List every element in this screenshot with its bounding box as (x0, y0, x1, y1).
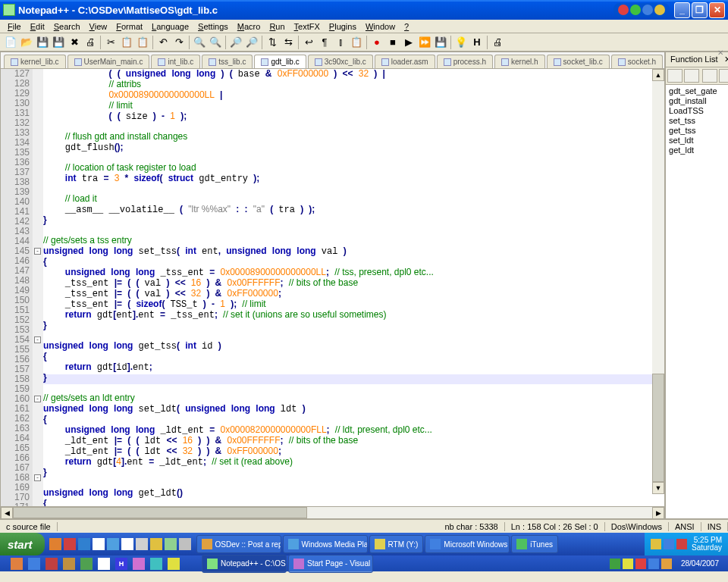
panel-list-button[interactable] (667, 69, 682, 83)
tray-clock[interactable]: 5:25 PM Saturday (692, 537, 722, 552)
taskbar-task[interactable]: Start Page - Visual C... (288, 555, 373, 573)
function-item[interactable]: gdt_set_gate (669, 86, 728, 96)
stop-macro-button[interactable]: ■ (385, 35, 400, 50)
menu-file[interactable]: File (3, 20, 26, 33)
ql-icon[interactable] (150, 538, 162, 550)
tray-icon[interactable] (610, 559, 620, 569)
horizontal-scrollbar[interactable]: ◀ ▶ (1, 506, 664, 518)
taskbar-task[interactable]: iTunes (511, 535, 558, 553)
ql-icon[interactable] (49, 538, 61, 550)
menu-macro[interactable]: Macro (233, 20, 265, 33)
taskbar-task[interactable]: Notepad++ - C:\OSD... (202, 555, 287, 573)
find-button[interactable]: 🔍 (192, 35, 207, 50)
fold-marker[interactable]: - (34, 336, 41, 343)
taskbar-task[interactable]: Microsoft Windows Dr... (425, 535, 510, 553)
tray-icon[interactable] (623, 559, 633, 569)
scroll-track[interactable] (652, 81, 664, 482)
indent-guide-button[interactable]: ⫿ (333, 35, 348, 50)
sync-h-button[interactable]: ⇆ (281, 35, 296, 50)
scroll-left-button[interactable]: ◀ (1, 507, 13, 519)
code-area[interactable]: 1271281291301311321331341351361371381391… (1, 69, 664, 506)
ql-icon[interactable] (165, 538, 177, 550)
scroll-thumb[interactable] (13, 507, 307, 518)
menu-window[interactable]: Window (361, 20, 400, 33)
taskbar-task[interactable]: RTM (Y:) (369, 535, 424, 553)
ql-icon[interactable] (64, 538, 76, 550)
print-now-button[interactable]: 🖨 (490, 35, 505, 50)
menu-run[interactable]: Run (265, 20, 289, 33)
tray-icon[interactable] (664, 539, 674, 549)
replace-button[interactable]: 🔍 (208, 35, 223, 50)
gadget-icon[interactable] (618, 5, 629, 15)
tray-icon[interactable] (676, 539, 687, 549)
function-item[interactable]: get_tss (669, 126, 728, 136)
save-macro-button[interactable]: 💾 (433, 35, 448, 50)
function-item[interactable]: set_tss (669, 116, 728, 126)
file-tab[interactable]: 3c90xc_lib.c (308, 55, 373, 68)
panel-refresh-button[interactable] (719, 69, 728, 83)
menu-textfx[interactable]: TextFX (290, 20, 325, 33)
close-file-button[interactable]: ✖ (67, 35, 82, 50)
vertical-scrollbar[interactable]: ▲ ▼ (652, 69, 664, 494)
mini-icon[interactable] (80, 558, 93, 570)
file-tab[interactable]: kernel_lib.c (4, 55, 66, 68)
undo-button[interactable]: ↶ (155, 35, 171, 50)
new-file-button[interactable]: 📄 (3, 35, 18, 50)
mini-icon[interactable] (28, 558, 40, 570)
ql-icon[interactable] (78, 538, 90, 550)
mini-icon[interactable] (168, 558, 180, 570)
gadget-icon[interactable] (654, 5, 665, 15)
user-lang-button[interactable]: 📋 (349, 35, 364, 50)
gadget-icon[interactable] (642, 5, 653, 15)
function-item[interactable]: LoadTSS (669, 106, 728, 116)
menu-plugins[interactable]: Plugins (325, 20, 361, 33)
mini-icon[interactable] (98, 558, 110, 570)
ql-icon[interactable] (179, 538, 191, 550)
tray-icon[interactable] (661, 559, 672, 569)
file-tab[interactable]: UserMain_main.c (67, 55, 150, 68)
hex-button[interactable]: H (469, 35, 485, 50)
redo-button[interactable]: ↷ (171, 35, 187, 50)
file-tab[interactable]: socket.h (611, 55, 663, 68)
play-macro-button[interactable]: ▶ (401, 35, 416, 50)
fold-marker[interactable]: - (34, 396, 41, 402)
zoom-out-button[interactable]: 🔎 (244, 35, 259, 50)
tray-icon[interactable] (651, 539, 661, 549)
menu-language[interactable]: Language (147, 20, 193, 33)
fold-marker[interactable]: - (34, 474, 41, 481)
cut-button[interactable]: ✂ (103, 35, 118, 50)
paste-button[interactable]: 📋 (135, 35, 150, 50)
show-all-chars-button[interactable]: ¶ (317, 35, 332, 50)
maximize-button[interactable]: ❐ (692, 2, 708, 18)
function-item[interactable]: get_ldt (669, 146, 728, 155)
mini-icon[interactable] (11, 558, 23, 570)
function-item[interactable]: gdt_install (669, 96, 728, 106)
copy-button[interactable]: 📋 (119, 35, 134, 50)
menu-format[interactable]: Format (111, 20, 147, 33)
menu-edit[interactable]: Edit (26, 20, 49, 33)
workspace-close-icon[interactable]: ✕ (717, 48, 725, 56)
scroll-thumb[interactable] (652, 374, 664, 482)
save-button[interactable]: 💾 (35, 35, 50, 50)
fold-marker[interactable]: - (34, 248, 41, 255)
ql-icon[interactable] (136, 538, 148, 550)
code-content[interactable]: ( ( unsigned long long ) ( base & 0xFF00… (43, 69, 664, 506)
tray-icon[interactable] (648, 559, 659, 569)
taskbar-task[interactable]: Windows Media Player (283, 535, 368, 553)
print-button[interactable]: 🖨 (83, 35, 98, 50)
light-explorer-button[interactable]: 💡 (453, 35, 469, 50)
panel-sort-button[interactable] (702, 69, 717, 83)
record-macro-button[interactable]: ● (369, 35, 384, 50)
mini-icon[interactable]: H (115, 558, 127, 570)
ql-icon[interactable] (107, 538, 119, 550)
mini-icon[interactable] (46, 558, 58, 570)
minimize-button[interactable]: _ (674, 2, 690, 18)
play-multi-button[interactable]: ⏩ (417, 35, 432, 50)
scroll-right-button[interactable]: ▶ (652, 507, 664, 519)
mini-icon[interactable] (63, 558, 75, 570)
zoom-in-button[interactable]: 🔎 (228, 35, 243, 50)
sync-v-button[interactable]: ⇅ (265, 35, 280, 50)
wordwrap-button[interactable]: ↩ (301, 35, 316, 50)
menu-search[interactable]: Search (49, 20, 85, 33)
file-tab[interactable]: loader.asm (375, 55, 435, 68)
